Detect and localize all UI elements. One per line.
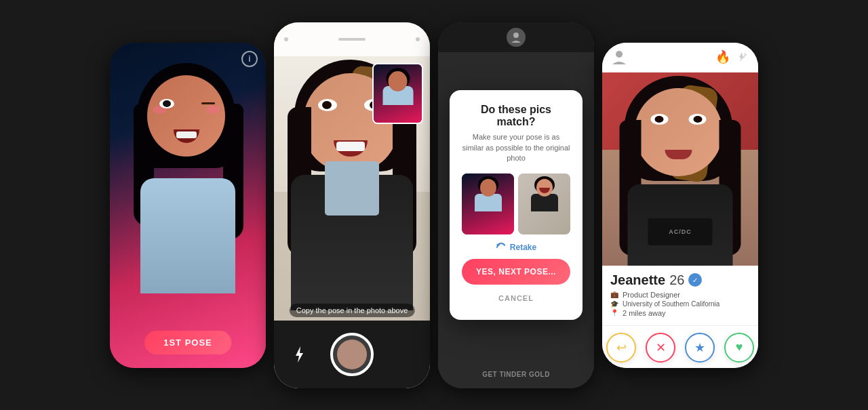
cancel-button[interactable]: CANCEL	[462, 290, 570, 306]
new-face	[536, 179, 553, 197]
face-shape	[147, 75, 225, 157]
person-header-icon	[612, 49, 626, 64]
orig-photo-bg	[462, 173, 514, 234]
p4-right-eye	[689, 114, 707, 125]
verified-badge: ✓	[688, 273, 702, 287]
person-icon	[511, 32, 521, 43]
camera-bottom-bar	[274, 321, 430, 388]
school-text: University of Southern California	[623, 300, 719, 308]
pose-thumbnail	[372, 63, 423, 124]
rewind-button[interactable]: ↩	[606, 333, 636, 363]
briefcase-icon: 💼	[610, 291, 618, 298]
nope-button[interactable]: ✕	[646, 333, 675, 363]
mouth	[174, 129, 199, 143]
name-row: Jeanette 26 ✓	[610, 272, 750, 288]
like-button[interactable]: ♥	[724, 333, 754, 363]
p4-face	[635, 88, 723, 176]
camera-top-bar	[274, 22, 430, 56]
person-silhouette-1	[127, 63, 249, 293]
shutter-inner	[337, 340, 367, 369]
svg-marker-0	[296, 346, 303, 363]
job-text: Product Designer	[623, 291, 680, 299]
first-pose-badge: 1ST POSE	[144, 331, 231, 354]
new-photo-bg	[518, 173, 570, 234]
info-icon[interactable]: i	[241, 51, 258, 67]
p2-mouth	[334, 140, 368, 157]
p4-left-eye	[651, 114, 669, 125]
flame-icon[interactable]: 🔥	[715, 49, 730, 64]
dot-left	[284, 37, 288, 41]
job-detail: 💼 Product Designer	[610, 291, 750, 299]
thumb-face	[388, 71, 407, 91]
svg-point-1	[513, 33, 519, 38]
flash-button[interactable]	[288, 344, 310, 365]
school-detail: 🎓 University of Southern California	[610, 300, 750, 308]
copy-pose-text: Copy the pose in the photo above	[290, 304, 415, 317]
retake-button[interactable]: Retake	[462, 243, 570, 252]
profile-photo[interactable]: AC/DC	[602, 73, 758, 266]
p4-pupil-l	[655, 116, 664, 123]
phone-4-screen: 🔥	[602, 43, 758, 368]
dialog-title: Do these pics match?	[462, 104, 570, 128]
boost-icon[interactable]	[736, 51, 748, 63]
p4-person: AC/DC	[618, 76, 743, 266]
body-top	[140, 178, 235, 293]
teeth	[176, 131, 197, 138]
dot-right	[416, 37, 420, 41]
flash-icon	[292, 346, 306, 363]
profile-info: Jeanette 26 ✓ 💼 Product Designer 🎓 Unive…	[602, 266, 758, 325]
thumb-bg	[374, 64, 422, 123]
svg-marker-4	[739, 52, 745, 62]
phones-container: i 1ST POSE	[90, 0, 778, 410]
new-person	[531, 176, 558, 211]
phone-1: i 1ST POSE	[110, 43, 266, 368]
status-bar	[438, 22, 594, 52]
p2-left-eye	[318, 99, 337, 111]
phone-3: Do these pics match? Make sure your pose…	[438, 22, 594, 388]
svg-point-3	[616, 51, 623, 58]
profile-name: Jeanette	[610, 272, 665, 288]
get-tinder-gold-label[interactable]: GET TINDER GOLD	[482, 371, 550, 378]
shirt-graphic: AC/DC	[648, 218, 713, 245]
profile-header: 🔥	[602, 43, 758, 73]
header-icons: 🔥	[715, 49, 748, 64]
left-eye	[159, 99, 174, 108]
profile-icon	[507, 28, 526, 47]
cheek-right	[206, 106, 220, 114]
p2-inner-shirt	[325, 161, 379, 216]
p4-mouth	[665, 150, 692, 159]
p2-teeth	[336, 142, 365, 151]
super-like-button[interactable]: ★	[685, 333, 715, 363]
p2-pupil-l	[322, 101, 332, 109]
p4-pupil-r	[694, 116, 703, 123]
dialog-modal: Do these pics match? Make sure your pose…	[450, 90, 583, 319]
new-photo	[518, 173, 570, 234]
shirt-text: AC/DC	[669, 228, 692, 235]
location-icon: 📍	[610, 309, 618, 316]
orig-face	[480, 179, 496, 197]
school-icon: 🎓	[610, 300, 618, 308]
orig-person	[475, 176, 502, 211]
distance-text: 2 miles away	[623, 309, 666, 317]
phone-1-screen: i 1ST POSE	[110, 43, 266, 368]
phone-2: Copy the pose in the photo above	[274, 22, 430, 388]
right-eye-wink	[201, 102, 215, 104]
thumb-person	[382, 68, 413, 105]
original-photo	[462, 173, 514, 234]
camera-area[interactable]	[274, 56, 430, 321]
phone-4: 🔥	[602, 43, 758, 368]
phone-2-screen: Copy the pose in the photo above	[274, 22, 430, 388]
retake-label: Retake	[510, 243, 536, 252]
distance-detail: 📍 2 miles away	[610, 309, 750, 317]
notch	[338, 38, 366, 41]
svg-marker-5	[743, 52, 747, 59]
profile-age: 26	[669, 272, 684, 288]
phone-3-screen: Do these pics match? Make sure your pose…	[438, 22, 594, 388]
yes-next-pose-button[interactable]: YES, NEXT POSE...	[462, 259, 570, 285]
dialog-photos	[462, 173, 570, 234]
pupil	[163, 100, 171, 107]
smile	[539, 188, 550, 193]
dialog-subtitle: Make sure your pose is as similar as pos…	[462, 132, 570, 163]
shutter-button[interactable]	[330, 333, 374, 376]
action-buttons: ↩ ✕ ★ ♥	[602, 325, 758, 368]
